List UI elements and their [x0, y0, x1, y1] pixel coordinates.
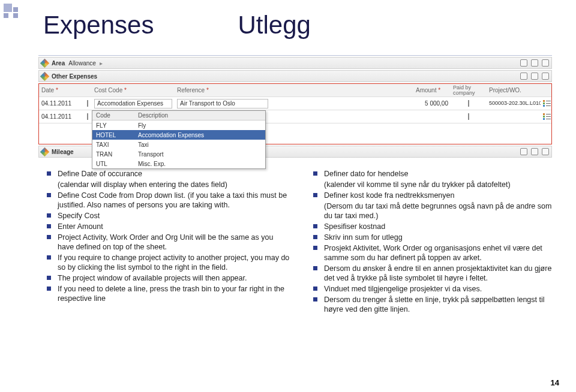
section-area-label: Area — [52, 60, 65, 67]
panel-action-icon[interactable] — [520, 73, 527, 80]
panel-action-icon[interactable] — [542, 59, 549, 67]
dropdown-option[interactable]: FLYFly — [92, 120, 265, 130]
panel-action-icon[interactable] — [542, 148, 549, 155]
cost-code-input[interactable]: Accomodation Expenses — [94, 99, 172, 108]
calendar-icon[interactable] — [87, 113, 88, 120]
col-amount: Amount — [416, 87, 436, 94]
dropdown-header-desc: Description — [138, 112, 262, 119]
col-date: Date — [41, 87, 54, 94]
bullet-item: Definer dato for hendelse — [311, 169, 557, 179]
title-right: Utlegg — [238, 11, 310, 40]
section-other-label: Other Expenses — [52, 73, 97, 80]
panel-action-icon[interactable] — [531, 73, 538, 80]
app-screenshot: Area Allowance ▸ Other Expenses Date * C… — [38, 55, 552, 158]
bullet-item: Spesifiser kostnad — [311, 222, 557, 231]
col-project: Project/WO. — [487, 87, 541, 94]
bullet-item: Dersom du ønsker å endre til en annen pr… — [311, 264, 557, 283]
panel-action-icon[interactable] — [531, 59, 538, 67]
panel-action-icon[interactable] — [520, 148, 527, 155]
diamond-icon — [40, 58, 50, 68]
section-area-value: Allowance — [68, 60, 96, 67]
bullet-item: If you need to delete a line, press the … — [44, 284, 290, 303]
left-bullet-list: Define Date of occurance(calendar will d… — [44, 169, 290, 315]
diamond-icon — [40, 71, 50, 81]
dropdown-option[interactable]: HOTELAccomodation Expenses — [92, 130, 265, 140]
page-number: 14 — [551, 378, 559, 387]
cell-amount[interactable]: 5 000,00 — [413, 100, 451, 107]
dropdown-option[interactable]: TRANTransport — [92, 149, 265, 159]
diamond-icon — [40, 147, 50, 156]
list-icon[interactable] — [543, 113, 551, 120]
slide-title-row: Expenses Utlegg — [43, 11, 552, 40]
dropdown-option[interactable]: UTLMisc. Exp. — [92, 159, 265, 168]
bullet-item: Define Date of occurance — [44, 169, 290, 179]
dropdown-header-code: Code — [96, 112, 138, 119]
instruction-columns: Define Date of occurance(calendar will d… — [44, 169, 557, 315]
bullet-item: Vinduet med tilgjengelige prosjekter vi … — [311, 284, 557, 294]
bullet-item: The project window of available projects… — [44, 273, 290, 283]
expenses-table: Date * Cost Code * Reference * Amount * … — [38, 83, 552, 144]
bullet-item: If you require to change project activit… — [44, 253, 290, 272]
col-cost-code: Cost Code — [94, 87, 122, 94]
cell-date[interactable]: 04.11.2011 — [39, 113, 85, 120]
checkbox-icon[interactable] — [468, 113, 469, 120]
panel-action-icon[interactable] — [542, 73, 549, 80]
bullet-item: (kalender vil komme til syne når du tryk… — [311, 180, 557, 189]
title-left: Expenses — [43, 11, 154, 40]
reference-input[interactable]: Air Transport to Oslo — [177, 99, 268, 108]
right-bullet-list: Definer dato for hendelse(kalender vil k… — [311, 169, 557, 315]
section-mileage-label: Mileage — [52, 149, 74, 155]
calendar-icon[interactable] — [87, 100, 88, 107]
bullet-item: Skriv inn sum for utlegg — [311, 233, 557, 242]
table-row: 04.11.2011 Accomodation Expenses Air Tra… — [39, 97, 551, 110]
panel-action-icon[interactable] — [531, 148, 538, 155]
section-other-expenses[interactable]: Other Expenses — [38, 70, 552, 82]
table-header-row: Date * Cost Code * Reference * Amount * … — [39, 84, 551, 97]
panel-action-icon[interactable] — [520, 59, 527, 67]
col-paid-by: Paid by company — [451, 85, 487, 96]
slide-corner-decoration — [4, 4, 18, 18]
cost-code-dropdown[interactable]: Code Description FLYFlyHOTELAccomodation… — [92, 110, 266, 169]
cell-project[interactable]: 500003-202.30L.L010 — [487, 101, 541, 106]
bullet-item: Prosjekt Aktivitet, Work Order og organi… — [311, 243, 557, 263]
section-area[interactable]: Area Allowance ▸ — [38, 57, 552, 69]
bullet-item: Enter Amount — [44, 222, 290, 231]
bullet-item: (Dersom du tar taxi må dette begrunnes o… — [311, 201, 557, 221]
cell-date[interactable]: 04.11.2011 — [39, 100, 85, 107]
bullet-item: Definer kost kode fra nedtrekksmenyen — [311, 191, 557, 200]
dropdown-option[interactable]: TAXITaxi — [92, 140, 265, 149]
bullet-item: (calendar will display when entering the… — [44, 180, 290, 189]
checkbox-icon[interactable] — [468, 100, 469, 107]
bullet-item: Dersom du trenger å slette en linje, try… — [311, 295, 557, 314]
col-reference: Reference — [177, 87, 205, 94]
list-icon[interactable] — [543, 99, 551, 107]
bullet-item: Define Cost Code from Drop down list. (i… — [44, 191, 290, 210]
bullet-item: Specify Cost — [44, 211, 290, 221]
bullet-item: Project Activity, Work Order and Org Uni… — [44, 233, 290, 252]
